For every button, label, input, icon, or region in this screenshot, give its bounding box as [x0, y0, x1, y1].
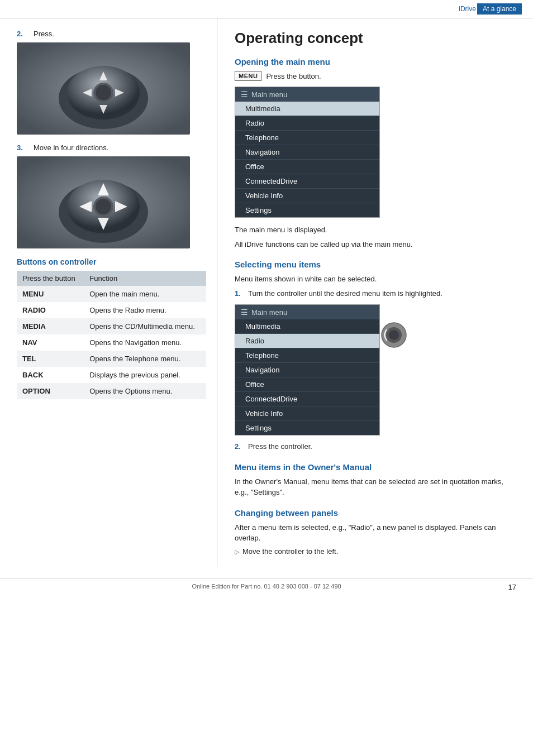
step-1-item: 1. Turn the controller until the desired… — [235, 288, 519, 299]
menu-item: Radio — [235, 334, 379, 348]
button-cell: BACK — [17, 367, 84, 383]
button-cell: NAV — [17, 334, 84, 351]
step-2-num: 2. — [235, 441, 245, 452]
svg-point-8 — [96, 85, 111, 101]
changing-panels-title: Changing between panels — [235, 508, 519, 518]
move-controller-text: Move the controller to the left. — [242, 547, 338, 556]
menu-ui-icon-2: ☰ — [241, 308, 248, 317]
function-cell: Open the main menu. — [84, 286, 206, 302]
footer-text: Online Edition for Part no. 01 40 2 903 … — [192, 583, 341, 590]
function-cell: Opens the Options menu. — [84, 383, 206, 399]
step-2-number: 2. — [17, 30, 29, 38]
main-menu-header-label-2: Main menu — [251, 308, 287, 317]
button-cell: RADIO — [17, 302, 84, 318]
svg-point-17 — [96, 199, 111, 214]
move-controller-row: ▷ Move the controller to the left. — [235, 547, 519, 556]
main-menu-items-first: MultimediaRadioTelephoneNavigationOffice… — [235, 102, 379, 217]
table-row: RADIOOpens the Radio menu. — [17, 302, 206, 318]
ataglance-label: At a glance — [477, 3, 522, 15]
step-3-number: 3. — [17, 143, 29, 152]
step-2-text: Press. — [34, 30, 54, 38]
bullet-triangle-icon: ▷ — [235, 548, 239, 556]
table-row: MEDIAOpens the CD/Multimedia menu. — [17, 318, 206, 334]
menu-item: Settings — [235, 421, 379, 435]
svg-point-20 — [389, 330, 399, 340]
menu-item: Radio — [235, 116, 379, 131]
main-menu-items-second: MultimediaRadioTelephoneNavigationOffice… — [235, 319, 379, 435]
menu-item: Multimedia — [235, 319, 379, 334]
step-3-text: Move in four directions. — [34, 143, 108, 152]
controller-image-1 — [17, 42, 190, 135]
open-menu-row: MENU Press the button. — [235, 71, 519, 81]
table-row: TELOpens the Telephone menu. — [17, 351, 206, 367]
menu-item: Navigation — [235, 145, 379, 160]
menu-item: Vehicle Info — [235, 406, 379, 421]
step-3-row: 3. Move in four directions. — [17, 143, 206, 152]
selecting-title: Selecting menu items — [235, 260, 519, 269]
function-cell: Opens the Navigation menu. — [84, 334, 206, 351]
step-2-press-text: Press the controller. — [248, 441, 312, 452]
idrive-functions-text: All iDrive functions can be called up vi… — [235, 239, 519, 250]
main-menu-header-second: ☰ Main menu — [235, 305, 379, 319]
table-header-function: Function — [84, 271, 206, 286]
button-cell: MENU — [17, 286, 84, 302]
idrive-label: iDrive — [459, 5, 476, 13]
menu-item: Office — [235, 160, 379, 174]
step-1-text: Turn the controller until the desired me… — [248, 288, 442, 299]
page-layout: 2. Press. — [0, 18, 533, 567]
table-row: BACKDisplays the previous panel. — [17, 367, 206, 383]
page-number: 17 — [508, 583, 516, 591]
buttons-table: Press the button Function MENUOpen the m… — [17, 271, 206, 399]
step-2-row: 2. Press. — [17, 30, 206, 38]
buttons-section-title: Buttons on controller — [17, 257, 206, 266]
page-header: iDrive At a glance — [0, 0, 533, 18]
owners-manual-text: In the Owner's Manual, menu items that c… — [235, 476, 519, 498]
left-column: 2. Press. — [0, 18, 218, 567]
function-cell: Opens the Radio menu. — [84, 302, 206, 318]
changing-panels-text: After a menu item is selected, e.g., "Ra… — [235, 522, 519, 544]
owners-manual-title: Menu items in the Owner's Manual — [235, 462, 519, 472]
press-btn-text: Press the button. — [266, 72, 321, 80]
function-cell: Opens the Telephone menu. — [84, 351, 206, 367]
button-cell: TEL — [17, 351, 84, 367]
menu-item: ConnectedDrive — [235, 392, 379, 406]
function-cell: Displays the previous panel. — [84, 367, 206, 383]
button-cell: OPTION — [17, 383, 84, 399]
selecting-steps-2: 2. Press the controller. — [235, 441, 519, 452]
menu-item: Settings — [235, 203, 379, 217]
table-row: NAVOpens the Navigation menu. — [17, 334, 206, 351]
step-2-item: 2. Press the controller. — [235, 441, 519, 452]
menu-item: ConnectedDrive — [235, 174, 379, 189]
table-row: MENUOpen the main menu. — [17, 286, 206, 302]
right-column: Operating concept Opening the main menu … — [218, 18, 533, 567]
page-footer: Online Edition for Part no. 01 40 2 903 … — [0, 578, 533, 594]
main-menu-header-first: ☰ Main menu — [235, 87, 379, 102]
menu-item: Telephone — [235, 131, 379, 145]
table-row: OPTIONOpens the Options menu. — [17, 383, 206, 399]
menu-item: Office — [235, 377, 379, 392]
step-1-num: 1. — [235, 288, 245, 299]
menu-item: Navigation — [235, 363, 379, 377]
opening-menu-title: Opening the main menu — [235, 57, 519, 66]
menu-displayed-text: The main menu is displayed. — [235, 224, 519, 236]
page-title: Operating concept — [235, 30, 519, 47]
table-header-button: Press the button — [17, 271, 84, 286]
controller-image-2 — [17, 156, 190, 248]
menu-item: Telephone — [235, 348, 379, 363]
main-menu-second: ☰ Main menu MultimediaRadioTelephoneNavi… — [235, 304, 380, 436]
function-cell: Opens the CD/Multimedia menu. — [84, 318, 206, 334]
button-cell: MEDIA — [17, 318, 84, 334]
selecting-steps: 1. Turn the controller until the desired… — [235, 288, 519, 299]
menu-item: Multimedia — [235, 102, 379, 116]
controller-knob-icon — [380, 321, 408, 349]
menu-items-white-text: Menu items shown in white can be selecte… — [235, 274, 519, 285]
controller-menu-row: ☰ Main menu MultimediaRadioTelephoneNavi… — [235, 304, 519, 436]
menu-ui-icon: ☰ — [241, 90, 248, 99]
main-menu-first: ☰ Main menu MultimediaRadioTelephoneNavi… — [235, 87, 380, 218]
menu-item: Vehicle Info — [235, 189, 379, 203]
main-menu-header-label: Main menu — [251, 90, 287, 99]
menu-button-icon: MENU — [235, 71, 261, 81]
